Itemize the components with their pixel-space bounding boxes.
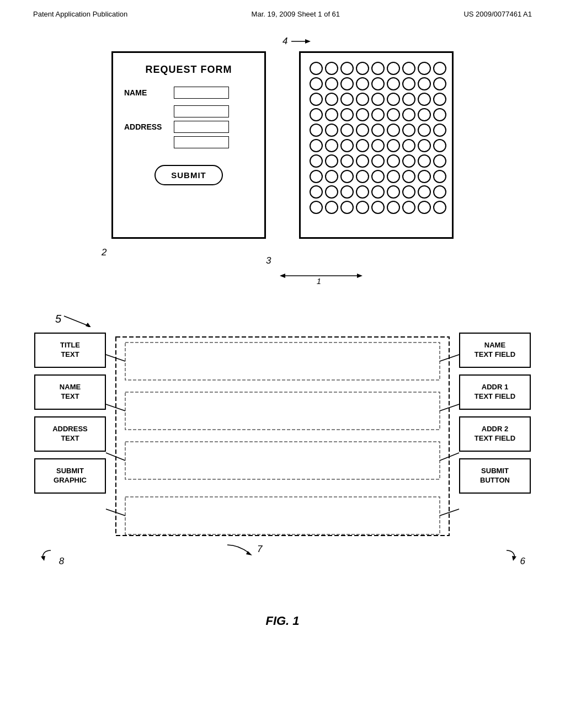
dot-circle	[356, 124, 369, 137]
submit-button[interactable]: SUBMIT	[154, 165, 223, 185]
dot-circle	[418, 77, 431, 90]
dot-circle	[310, 201, 323, 214]
svg-line-7	[64, 316, 89, 326]
dot-circle	[387, 62, 400, 75]
addr2-text-field-box: ADDR 2TEXT FIELD	[459, 416, 531, 452]
svg-marker-5	[357, 274, 363, 278]
dot-circle	[418, 93, 431, 106]
dot-circle	[310, 108, 323, 121]
dot-grid	[307, 60, 445, 216]
dot-circle	[356, 185, 369, 199]
dot-circle	[402, 77, 415, 90]
dot-circle	[340, 139, 354, 152]
address-text-box: ADDRESSTEXT	[34, 416, 106, 452]
dot-circle	[325, 201, 338, 214]
address-input-2	[174, 121, 229, 133]
dot-circle	[387, 170, 400, 183]
dot-circle	[371, 154, 385, 168]
form-title: REQUEST FORM	[124, 64, 253, 76]
header-middle: Mar. 19, 2009 Sheet 1 of 61	[252, 10, 340, 18]
name-text-box: NAMETEXT	[34, 374, 106, 410]
diagram-body: TITLETEXT NAMETEXT ADDRESSTEXT SUBMITGRA…	[34, 333, 531, 597]
name-row: NAME	[124, 87, 253, 99]
dot-circle	[387, 124, 400, 137]
svg-marker-10	[512, 556, 516, 561]
ref4-arrow	[291, 36, 313, 52]
dot-circle	[325, 62, 338, 75]
dot-circle	[356, 170, 369, 183]
left-col: TITLETEXT NAMETEXT ADDRESSTEXT SUBMITGRA…	[34, 333, 106, 494]
dot-circle	[325, 139, 338, 152]
top-diagram: REQUEST FORM NAME ADDRESS SUBMIT	[33, 51, 532, 239]
svg-rect-20	[125, 442, 440, 479]
svg-marker-8	[86, 323, 92, 327]
dot-circle	[325, 77, 338, 90]
header-left: Patent Application Publication	[33, 10, 127, 18]
dot-circle	[310, 170, 323, 183]
dot-circle	[387, 108, 400, 121]
dot-circle	[418, 170, 431, 183]
dot-circle	[402, 124, 415, 137]
dot-circle	[433, 170, 446, 183]
dot-circle	[310, 124, 323, 137]
address-inputs	[174, 105, 229, 148]
dot-circle	[356, 93, 369, 106]
submit-area: SUBMIT	[124, 165, 253, 185]
ref-6: 6	[501, 548, 525, 567]
ref1-arrows: 1	[277, 267, 365, 284]
dot-circle	[325, 124, 338, 137]
svg-marker-1	[305, 39, 311, 44]
svg-rect-11	[116, 337, 449, 536]
dot-circle	[310, 93, 323, 106]
figure-label: FIG. 1	[33, 614, 532, 628]
dot-circle	[402, 139, 415, 152]
dot-circle	[310, 154, 323, 168]
dot-circle	[325, 93, 338, 106]
dot-circle	[402, 185, 415, 199]
ref-4: 4	[282, 36, 287, 46]
dot-circle	[387, 154, 400, 168]
dot-circle	[402, 154, 415, 168]
dot-circle	[356, 139, 369, 152]
submit-button-box: SUBMITBUTTON	[459, 458, 531, 494]
dot-circle	[325, 108, 338, 121]
dot-circle	[402, 201, 415, 214]
dot-circle	[310, 77, 323, 90]
dot-circle	[371, 62, 385, 75]
dot-circle	[433, 124, 446, 137]
dot-circle	[356, 62, 369, 75]
dot-circle	[356, 77, 369, 90]
dot-circle	[387, 185, 400, 199]
dot-circle	[433, 108, 446, 121]
dot-circle	[433, 93, 446, 106]
name-text-field-box: NAMETEXT FIELD	[459, 333, 531, 368]
dot-circle	[387, 139, 400, 152]
dot-circle	[325, 154, 338, 168]
dot-circle	[433, 139, 446, 152]
dot-circle	[387, 201, 400, 214]
dot-circle	[418, 201, 431, 214]
dot-circle	[418, 139, 431, 152]
dot-circle	[418, 62, 431, 75]
dot-circle	[418, 124, 431, 137]
dot-circle	[433, 62, 446, 75]
dot-circle	[340, 185, 354, 199]
dot-circle	[371, 77, 385, 90]
dot-circle	[402, 62, 415, 75]
dot-circle	[340, 124, 354, 137]
dot-circle	[340, 62, 354, 75]
svg-rect-12	[125, 342, 440, 380]
svg-rect-14	[125, 497, 440, 534]
dot-circle	[418, 154, 431, 168]
bottom-diagram: 5 TITLETEXT NAMETEXT ADDRESSTEXT SUBMITG…	[33, 311, 532, 597]
title-text-box: TITLETEXT	[34, 333, 106, 368]
right-col: NAMETEXT FIELD ADDR 1TEXT FIELD ADDR 2TE…	[459, 333, 531, 494]
submit-graphic-box: SUBMITGRAPHIC	[34, 458, 106, 494]
dot-circle	[340, 108, 354, 121]
dot-circle	[356, 108, 369, 121]
dot-circle	[340, 77, 354, 90]
dot-circle	[433, 201, 446, 214]
dot-circle	[340, 154, 354, 168]
dot-circle	[325, 185, 338, 199]
dot-circle	[402, 170, 415, 183]
